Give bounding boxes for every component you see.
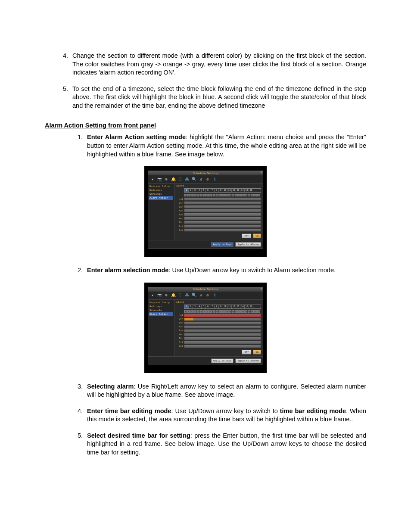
close-icon[interactable]: X bbox=[260, 287, 262, 290]
alarm-number[interactable]: 11 bbox=[227, 305, 232, 308]
alarm-number[interactable]: 5 bbox=[202, 189, 206, 192]
time-bar[interactable] bbox=[184, 205, 261, 208]
sub-list-item-3: Selecting alarm: Use Right/Left arrow ke… bbox=[84, 383, 366, 399]
time-bar[interactable] bbox=[184, 201, 261, 205]
figure-1: Schedule Setting X ✦ 📷 ⊚ 🔔 🗓 🖧 🔍 🖥 ⚙ ℹ bbox=[45, 166, 366, 257]
alarm-number[interactable]: 13 bbox=[236, 305, 240, 308]
alarm-number[interactable]: 15 bbox=[245, 189, 249, 192]
time-bar[interactable] bbox=[184, 325, 261, 329]
alarm-number-row[interactable]: 12345678910111213141516 bbox=[184, 188, 261, 193]
gear-icon[interactable]: ⚙ bbox=[205, 177, 210, 182]
alarm-number[interactable]: 16 bbox=[249, 305, 253, 308]
sidebar-item[interactable]: Holidays bbox=[149, 305, 173, 308]
close-icon[interactable]: X bbox=[260, 171, 262, 174]
alarm-number[interactable]: 13 bbox=[236, 189, 240, 192]
alarm-number[interactable]: 6 bbox=[206, 305, 210, 308]
sidebar-item[interactable]: Alarm Action bbox=[149, 312, 173, 316]
tool-icon[interactable]: ✦ bbox=[150, 293, 155, 298]
hour-cell: 23 bbox=[257, 310, 260, 313]
camera-icon[interactable]: 📷 bbox=[157, 293, 162, 298]
hour-cell: 16 bbox=[235, 310, 238, 313]
alarm-number[interactable]: 9 bbox=[219, 305, 223, 308]
sidebar-item[interactable]: Schedule bbox=[149, 192, 173, 196]
time-bar[interactable] bbox=[184, 209, 261, 212]
time-bar[interactable] bbox=[184, 314, 261, 317]
tool-icon[interactable]: ✦ bbox=[150, 177, 155, 182]
time-bar[interactable] bbox=[184, 217, 261, 220]
alarm-number[interactable]: 12 bbox=[232, 305, 236, 308]
time-bar[interactable] bbox=[184, 197, 261, 201]
alarm-number[interactable]: 14 bbox=[240, 305, 245, 308]
camera-icon[interactable]: 📷 bbox=[157, 177, 162, 182]
day-label: Fri bbox=[176, 225, 184, 228]
record-icon[interactable]: ⊚ bbox=[164, 293, 169, 298]
alarm-number[interactable]: 2 bbox=[189, 189, 193, 192]
sidebar-item[interactable]: Holidays bbox=[149, 188, 173, 192]
alarm-number[interactable]: 10 bbox=[223, 189, 227, 192]
display-icon[interactable]: 🖥 bbox=[198, 177, 203, 182]
alarm-number[interactable]: 2 bbox=[189, 305, 193, 308]
day-label: Oth bbox=[176, 202, 184, 205]
alarm-number[interactable]: 16 bbox=[249, 189, 253, 192]
sidebar-item[interactable]: Alarm Action bbox=[149, 196, 173, 200]
calendar-icon[interactable]: 🗓 bbox=[177, 293, 183, 298]
alarm-number[interactable]: 12 bbox=[232, 189, 236, 192]
alarm-number[interactable]: 10 bbox=[223, 305, 227, 308]
search-icon[interactable]: 🔍 bbox=[191, 293, 196, 298]
record-icon[interactable]: ⊚ bbox=[164, 177, 169, 182]
alarm-number[interactable]: 9 bbox=[219, 189, 223, 192]
sidebar-item[interactable]: Schedule bbox=[149, 308, 173, 312]
alarm-number[interactable]: 7 bbox=[210, 305, 215, 308]
text-bold: Enter time bar editing mode bbox=[87, 408, 171, 414]
display-icon[interactable]: 🖥 bbox=[198, 293, 203, 298]
network-icon[interactable]: 🖧 bbox=[184, 293, 190, 298]
alarm-number[interactable]: 8 bbox=[215, 305, 219, 308]
alarm-number[interactable]: 4 bbox=[197, 305, 202, 308]
hour-cell: 2 bbox=[190, 194, 193, 196]
alarm-number[interactable]: 6 bbox=[206, 189, 210, 192]
alarm-number[interactable]: 14 bbox=[240, 189, 245, 192]
alarm-number[interactable]: 1 bbox=[184, 189, 189, 192]
time-bar[interactable] bbox=[184, 221, 261, 224]
search-icon[interactable]: 🔍 bbox=[191, 177, 196, 182]
alarm-number[interactable]: 15 bbox=[245, 305, 249, 308]
gear-icon[interactable]: ⚙ bbox=[205, 293, 210, 298]
info-icon[interactable]: ℹ bbox=[212, 177, 217, 182]
main-panel: Alarm 12345678910111213141516 0123456789… bbox=[174, 300, 263, 356]
time-bar[interactable] bbox=[184, 341, 261, 344]
day-row: Wed bbox=[176, 217, 261, 220]
time-bar[interactable] bbox=[184, 333, 261, 336]
alarm-number[interactable]: 8 bbox=[215, 189, 219, 192]
apply-days-button[interactable]: Apply to Days bbox=[211, 358, 234, 363]
time-bar[interactable] bbox=[184, 329, 261, 333]
time-bar[interactable] bbox=[184, 224, 261, 228]
apply-alarms-button[interactable]: Apply to Alarms bbox=[235, 242, 261, 247]
apply-days-button[interactable]: Apply to Days bbox=[211, 242, 234, 247]
sidebar-item[interactable]: Express Setup bbox=[149, 184, 173, 188]
window-titlebar: Schedule Setting X bbox=[148, 287, 263, 292]
time-bar[interactable] bbox=[184, 321, 261, 325]
time-bar[interactable] bbox=[184, 337, 261, 340]
info-icon[interactable]: ℹ bbox=[212, 293, 217, 298]
alarm-number[interactable]: 3 bbox=[193, 189, 197, 192]
alarm-number[interactable]: 4 bbox=[197, 189, 202, 192]
alarm-number-row[interactable]: 12345678910111213141516 bbox=[184, 305, 261, 309]
bell-icon[interactable]: 🔔 bbox=[171, 177, 176, 182]
hour-cell: 12 bbox=[222, 310, 225, 313]
time-bar[interactable] bbox=[184, 228, 261, 232]
hour-cell: 11 bbox=[219, 310, 222, 313]
alarm-number[interactable]: 5 bbox=[202, 305, 206, 308]
network-icon[interactable]: 🖧 bbox=[184, 177, 190, 182]
sub-list-item-5: Select desired time bar for setting: pre… bbox=[84, 432, 366, 457]
alarm-number[interactable]: 3 bbox=[193, 305, 197, 308]
time-bar[interactable] bbox=[184, 345, 261, 348]
bell-icon[interactable]: 🔔 bbox=[171, 293, 176, 298]
alarm-number[interactable]: 11 bbox=[227, 189, 232, 192]
time-bar[interactable] bbox=[184, 213, 261, 216]
apply-alarms-button[interactable]: Apply to Alarms bbox=[235, 358, 261, 363]
time-bar[interactable] bbox=[184, 317, 261, 321]
sidebar-item[interactable]: Express Setup bbox=[149, 301, 173, 305]
alarm-number[interactable]: 7 bbox=[210, 189, 215, 192]
calendar-icon[interactable]: 🗓 bbox=[177, 177, 183, 182]
alarm-number[interactable]: 1 bbox=[184, 305, 189, 308]
